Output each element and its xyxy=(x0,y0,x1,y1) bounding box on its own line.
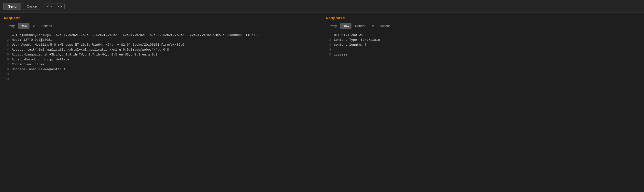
response-panel-header: Response Pretty Raw Render \n Actions xyxy=(322,13,644,31)
table-row: 4Accept: text/html,application/xhtml+xml… xyxy=(4,48,318,52)
main-content: Request Pretty Raw \n Actions 1GET /jobm… xyxy=(0,13,644,192)
response-title: Response xyxy=(326,16,640,20)
table-row: 8Upgrade-Insecure-Requests: 1 xyxy=(4,67,318,72)
line-number: 5 xyxy=(326,52,331,57)
cursor: | xyxy=(40,38,42,42)
response-tab-newline[interactable]: \n xyxy=(369,23,376,29)
table-row: 7Connection: close xyxy=(4,62,318,67)
table-row: 2Content-Type: text/plain xyxy=(326,38,640,42)
request-title: Request xyxy=(4,16,318,20)
response-tab-render[interactable]: Render xyxy=(352,23,368,29)
line-number: 4 xyxy=(4,48,9,52)
line-number: 4 xyxy=(326,48,331,52)
line-content: content-length: 7 xyxy=(334,42,367,48)
line-content: zzzzzzz xyxy=(334,52,348,57)
line-content: Connection: close xyxy=(12,62,44,67)
line-content: Upgrade-Insecure-Requests: 1 xyxy=(12,67,65,72)
line-content: Accept-Language: zh-CN,zh;q=0.8,zh-TW;q=… xyxy=(12,52,158,57)
line-number: 7 xyxy=(4,62,9,67)
response-code-area[interactable]: 1HTTP/1.1 200 OK2Content-Type: text/plai… xyxy=(322,31,644,192)
table-row: 1HTTP/1.1 200 OK xyxy=(326,33,640,38)
response-panel: Response Pretty Raw Render \n Actions 1H… xyxy=(322,13,644,192)
request-tab-bar: Pretty Raw \n Actions xyxy=(4,23,318,29)
request-tab-raw[interactable]: Raw xyxy=(18,23,30,29)
forward-button[interactable]: > |▾ xyxy=(55,3,64,9)
line-number: 2 xyxy=(326,38,331,42)
request-panel: Request Pretty Raw \n Actions 1GET /jobm… xyxy=(0,13,322,192)
line-number: 3 xyxy=(4,42,9,48)
send-button[interactable]: Send xyxy=(4,3,21,10)
toolbar: Send Cancel < |▾ > |▾ xyxy=(0,0,644,13)
cancel-button[interactable]: Cancel xyxy=(23,3,41,10)
line-content: GET /jobmanager/logs/..%252f..%252f..%25… xyxy=(12,33,259,38)
line-content: Accept: text/html,application/xhtml+xml,… xyxy=(12,48,169,52)
table-row: 2Host: 127.0.0.1|:8081 xyxy=(4,38,318,42)
line-number: 9 xyxy=(4,72,9,77)
table-row: 3content-length: 7 xyxy=(326,42,640,48)
response-tab-raw[interactable]: Raw xyxy=(340,23,352,29)
line-number: 3 xyxy=(326,42,331,48)
line-number: 1 xyxy=(4,33,9,38)
line-number: 1 xyxy=(326,33,331,38)
line-number: 10 xyxy=(4,77,9,82)
table-row: 1GET /jobmanager/logs/..%252f..%252f..%2… xyxy=(4,33,318,38)
line-number: 5 xyxy=(4,52,9,57)
table-row: 3User-Agent: Mozilla/5.0 (Windows NT 10.… xyxy=(4,42,318,48)
line-number: 8 xyxy=(4,67,9,72)
table-row: 4 xyxy=(326,48,640,52)
line-number: 6 xyxy=(4,57,9,62)
table-row: 6Accept-Encoding: gzip, deflate xyxy=(4,57,318,62)
line-content: Accept-Encoding: gzip, deflate xyxy=(12,57,69,62)
nav-arrows: < |▾ > |▾ xyxy=(45,3,64,9)
table-row: 5zzzzzzz xyxy=(326,52,640,57)
response-tab-bar: Pretty Raw Render \n Actions xyxy=(326,23,640,29)
request-tab-actions[interactable]: Actions xyxy=(39,23,54,29)
response-tab-actions[interactable]: Actions xyxy=(378,23,393,29)
request-tab-pretty[interactable]: Pretty xyxy=(4,23,17,29)
table-row: 9 xyxy=(4,72,318,77)
line-content: User-Agent: Mozilla/5.0 (Windows NT 10.0… xyxy=(12,42,184,48)
request-code-area[interactable]: 1GET /jobmanager/logs/..%252f..%252f..%2… xyxy=(0,31,322,192)
response-tab-pretty[interactable]: Pretty xyxy=(326,23,340,29)
line-content: Content-Type: text/plain xyxy=(334,38,380,42)
table-row: 10 xyxy=(4,77,318,82)
back-button[interactable]: < |▾ xyxy=(45,3,54,9)
line-number: 2 xyxy=(4,38,9,42)
table-row: 5Accept-Language: zh-CN,zh;q=0.8,zh-TW;q… xyxy=(4,52,318,57)
request-tab-newline[interactable]: \n xyxy=(30,23,38,29)
line-content: Host: 127.0.0.1|:8081 xyxy=(12,38,52,42)
line-content: HTTP/1.1 200 OK xyxy=(334,33,363,38)
request-panel-header: Request Pretty Raw \n Actions xyxy=(0,13,322,31)
